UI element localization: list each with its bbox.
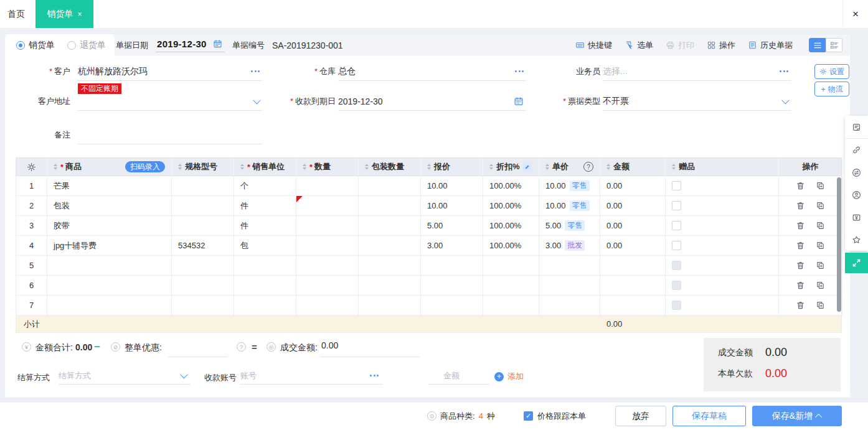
delete-row-button[interactable] bbox=[796, 201, 805, 210]
cell-product-r4[interactable]: jpg十辅导费 bbox=[47, 236, 172, 255]
cell-pkg-r7[interactable] bbox=[359, 296, 421, 315]
chevron-down-icon[interactable] bbox=[781, 96, 790, 105]
cell-quote-r1[interactable]: 10.00 bbox=[421, 176, 483, 195]
cell-amount-r6[interactable] bbox=[600, 276, 666, 295]
cell-product-r6[interactable] bbox=[47, 276, 172, 295]
gift-checkbox[interactable] bbox=[672, 201, 681, 210]
cell-spec-r3[interactable] bbox=[172, 216, 234, 235]
cell-product-r3[interactable]: 胶带 bbox=[47, 216, 172, 235]
column-header-price[interactable]: 单价? bbox=[539, 158, 600, 175]
column-header-spec[interactable]: 规格型号 bbox=[172, 158, 234, 175]
cell-amount-r7[interactable] bbox=[600, 296, 666, 315]
favorite-star-icon[interactable] bbox=[845, 228, 868, 251]
settings-button[interactable]: 设置 bbox=[814, 64, 849, 79]
cell-quote-r7[interactable] bbox=[421, 296, 483, 315]
price-help-icon[interactable]: ? bbox=[583, 162, 593, 172]
cell-pkg-r4[interactable] bbox=[359, 236, 421, 255]
cell-amount-r3[interactable]: 0.00 bbox=[600, 216, 666, 235]
tab-home[interactable]: 首页 bbox=[0, 0, 32, 28]
cell-spec-r6[interactable] bbox=[172, 276, 234, 295]
cell-discount-r2[interactable]: 100.00% bbox=[483, 196, 539, 215]
gift-checkbox[interactable] bbox=[672, 241, 681, 250]
remark-input[interactable] bbox=[78, 126, 262, 144]
cell-spec-r2[interactable] bbox=[172, 196, 234, 215]
cell-discount-r6[interactable] bbox=[483, 276, 539, 295]
save-and-new-button[interactable]: 保存&新增 bbox=[752, 406, 842, 426]
notes-icon[interactable] bbox=[845, 116, 868, 139]
radio-sales-order[interactable]: 销货单 bbox=[16, 40, 55, 51]
cell-qty-r7[interactable] bbox=[296, 296, 359, 315]
cell-price-r4[interactable]: 3.00批发 bbox=[539, 236, 600, 255]
gift-checkbox[interactable] bbox=[672, 281, 681, 290]
cell-quote-r4[interactable]: 3.00 bbox=[421, 236, 483, 255]
cell-unit-r3[interactable]: 件 bbox=[234, 216, 296, 235]
receive-amount-input[interactable]: 金额 bbox=[428, 367, 489, 385]
toolbar-action-keyboard[interactable]: 快捷键 bbox=[575, 40, 612, 51]
cell-quote-r6[interactable] bbox=[421, 276, 483, 295]
voucher-icon[interactable] bbox=[845, 206, 868, 228]
cell-price-r2[interactable]: 10.00零售 bbox=[539, 196, 600, 215]
cell-price-r5[interactable] bbox=[539, 256, 600, 275]
cell-price-r6[interactable] bbox=[539, 276, 600, 295]
cell-pkg-r1[interactable] bbox=[359, 176, 421, 195]
cell-spec-r7[interactable] bbox=[172, 296, 234, 315]
gift-checkbox[interactable] bbox=[672, 181, 681, 190]
logistics-button[interactable]: + 物流 bbox=[814, 82, 849, 96]
cell-pkg-r2[interactable] bbox=[359, 196, 421, 215]
chevron-down-icon[interactable] bbox=[180, 371, 188, 379]
cell-unit-r7[interactable] bbox=[234, 296, 296, 315]
column-header-qty[interactable]: *数量 bbox=[296, 158, 359, 175]
warehouse-input[interactable]: 总仓 bbox=[338, 62, 526, 81]
calendar-icon[interactable] bbox=[213, 39, 222, 49]
cell-spec-r5[interactable] bbox=[172, 256, 234, 275]
batch-edit-icon[interactable] bbox=[523, 162, 532, 171]
customer-address-input[interactable] bbox=[78, 92, 262, 111]
copy-row-button[interactable] bbox=[816, 281, 825, 290]
calendar-icon[interactable] bbox=[514, 96, 524, 106]
delete-row-button[interactable] bbox=[796, 241, 805, 250]
save-draft-button[interactable]: 保存草稿 bbox=[672, 406, 746, 426]
cell-discount-r1[interactable]: 100.00% bbox=[483, 176, 539, 195]
cell-discount-r5[interactable] bbox=[483, 256, 539, 275]
cell-amount-r5[interactable] bbox=[600, 256, 666, 275]
tab-close-icon[interactable]: × bbox=[77, 10, 82, 19]
cell-price-r1[interactable]: 10.00零售 bbox=[539, 176, 600, 195]
toolbar-action-apps[interactable]: 操作 bbox=[707, 40, 735, 51]
table-scrollbar[interactable] bbox=[837, 177, 841, 312]
cell-amount-r2[interactable]: 0.00 bbox=[600, 196, 666, 215]
customer-input[interactable]: 杭州解放路沃尔玛 bbox=[78, 62, 262, 81]
price-track-checkbox[interactable]: ✓ bbox=[524, 411, 533, 421]
copy-row-button[interactable] bbox=[816, 181, 825, 190]
cell-spec-r1[interactable] bbox=[172, 176, 234, 195]
cell-qty-r5[interactable] bbox=[296, 256, 359, 275]
cell-unit-r2[interactable]: 件 bbox=[234, 196, 296, 215]
account-picker-icon[interactable] bbox=[370, 375, 379, 376]
add-account-button[interactable]: + 添加 bbox=[494, 371, 524, 382]
column-header-discount[interactable]: 折扣% bbox=[483, 158, 539, 175]
receive-account-input[interactable]: 账号 bbox=[240, 367, 382, 385]
cell-unit-r6[interactable] bbox=[234, 276, 296, 295]
cell-discount-r7[interactable] bbox=[483, 296, 539, 315]
deal-amount-input[interactable]: 0.00 bbox=[320, 340, 420, 357]
cell-qty-r6[interactable] bbox=[296, 276, 359, 295]
fullscreen-button[interactable] bbox=[845, 253, 868, 273]
cell-quote-r2[interactable]: 10.00 bbox=[421, 196, 483, 215]
gift-checkbox[interactable] bbox=[672, 301, 681, 310]
due-date-input[interactable]: 2019-12-30 bbox=[338, 92, 526, 111]
cell-price-r3[interactable]: 5.00零售 bbox=[539, 216, 600, 235]
cell-product-r5[interactable] bbox=[47, 256, 172, 275]
column-header-quote[interactable]: 报价 bbox=[421, 158, 483, 175]
table-settings-gear-icon[interactable] bbox=[16, 158, 47, 175]
copy-row-button[interactable] bbox=[816, 221, 825, 230]
cell-pkg-r6[interactable] bbox=[359, 276, 421, 295]
cell-quote-r3[interactable]: 5.00 bbox=[421, 216, 483, 235]
column-header-unit[interactable]: *销售单位 bbox=[234, 158, 296, 175]
delete-row-button[interactable] bbox=[796, 181, 805, 190]
salesman-picker-icon[interactable] bbox=[780, 70, 788, 72]
cell-unit-r5[interactable] bbox=[234, 256, 296, 275]
cell-product-r7[interactable] bbox=[47, 296, 172, 315]
scan-entry-button[interactable]: 扫码录入 bbox=[125, 161, 165, 172]
gift-checkbox[interactable] bbox=[672, 261, 681, 270]
transfer-icon[interactable] bbox=[845, 161, 868, 184]
cell-unit-r4[interactable]: 包 bbox=[234, 236, 296, 255]
